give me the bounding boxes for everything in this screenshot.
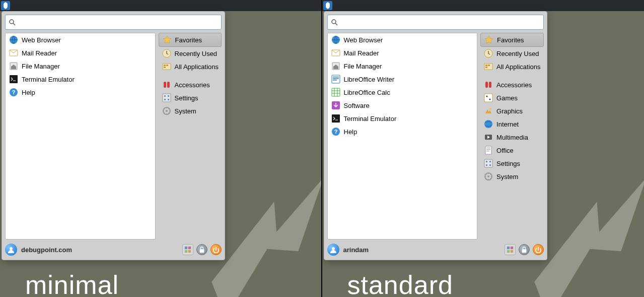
terminal-icon: [9, 74, 19, 84]
games-icon: [483, 93, 493, 103]
search-field[interactable]: [327, 15, 544, 30]
category-item[interactable]: Games: [480, 91, 543, 104]
lock-button[interactable]: [196, 244, 207, 255]
category-item[interactable]: Settings: [159, 91, 222, 104]
star-icon: [162, 35, 172, 45]
item-label: Mail Reader: [344, 49, 379, 57]
settings-button[interactable]: [505, 244, 516, 255]
mail-icon: [9, 48, 19, 58]
item-label: All Applications: [175, 63, 219, 71]
item-label: File Manager: [344, 63, 382, 70]
globe-icon: [9, 35, 19, 45]
right-desktop: Web BrowserMail ReaderFile ManagerLibreO…: [322, 0, 645, 297]
category-item[interactable]: All Applications: [480, 60, 543, 73]
item-label: Software: [344, 102, 370, 109]
clock-icon: [162, 48, 172, 58]
app-item[interactable]: Help: [328, 125, 477, 138]
item-label: Terminal Emulator: [22, 76, 75, 83]
item-label: Web Browser: [344, 36, 383, 44]
item-label: Games: [496, 94, 518, 102]
item-label: Favorites: [497, 36, 524, 44]
app-item[interactable]: Terminal Emulator: [328, 112, 477, 125]
app-item[interactable]: LibreOffice Calc: [328, 86, 477, 99]
item-label: LibreOffice Writer: [344, 76, 395, 83]
item-label: All Applications: [496, 63, 540, 71]
item-label: Settings: [175, 94, 198, 102]
category-list: FavoritesRecently UsedAll ApplicationsAc…: [480, 33, 543, 240]
category-item[interactable]: Accessories: [159, 78, 222, 91]
app-item[interactable]: File Manager: [328, 60, 477, 73]
category-item[interactable]: Multimedia: [480, 131, 543, 144]
accessories-icon: [483, 80, 493, 90]
office-icon: [483, 145, 493, 155]
category-list: FavoritesRecently UsedAll ApplicationsAc…: [159, 33, 222, 240]
app-item[interactable]: Web Browser: [6, 33, 155, 46]
category-item[interactable]: System: [480, 170, 543, 183]
logout-button[interactable]: [210, 244, 222, 255]
item-label: File Manager: [22, 63, 60, 70]
globe-icon: [331, 35, 341, 45]
apps-icon: [162, 62, 172, 72]
multimedia-icon: [483, 132, 493, 142]
settings-button[interactable]: [182, 244, 193, 255]
category-item[interactable]: Favorites: [480, 33, 543, 47]
category-item[interactable]: All Applications: [159, 60, 222, 73]
avatar[interactable]: [327, 244, 339, 256]
item-label: Internet: [496, 121, 519, 128]
favorites-list: Web BrowserMail ReaderFile ManagerTermin…: [5, 33, 156, 240]
category-item[interactable]: Settings: [480, 157, 543, 170]
search-field[interactable]: [5, 15, 222, 30]
caption-label: standard: [347, 270, 453, 297]
category-item[interactable]: Favorites: [159, 33, 222, 47]
username-label: arindam: [343, 246, 369, 254]
app-item[interactable]: Help: [6, 86, 155, 99]
home-icon: [331, 61, 341, 71]
item-label: Web Browser: [22, 36, 61, 44]
category-item[interactable]: Office: [480, 144, 543, 157]
category-item[interactable]: Internet: [480, 117, 543, 131]
category-item[interactable]: System: [159, 104, 222, 117]
app-item[interactable]: Web Browser: [328, 33, 477, 46]
star-icon: [484, 35, 494, 45]
internet-icon: [483, 119, 493, 129]
apps-icon: [483, 62, 493, 72]
avatar[interactable]: [5, 244, 17, 256]
item-label: Help: [22, 89, 35, 96]
software-icon: [331, 100, 341, 110]
system-icon: [483, 171, 493, 182]
home-icon: [9, 61, 19, 71]
app-item[interactable]: Mail Reader: [328, 46, 477, 60]
item-label: Office: [496, 147, 514, 154]
logout-button[interactable]: [533, 244, 544, 255]
help-icon: [331, 127, 341, 137]
app-item[interactable]: File Manager: [6, 60, 155, 73]
search-icon: [331, 17, 341, 27]
whisker-menu-button[interactable]: [323, 1, 332, 10]
terminal-icon: [331, 113, 341, 124]
app-item[interactable]: Mail Reader: [6, 46, 155, 60]
settings-icon: [483, 158, 493, 168]
whisker-menu-button[interactable]: [1, 1, 10, 10]
category-item[interactable]: Accessories: [480, 78, 543, 91]
search-input[interactable]: [19, 19, 218, 26]
lock-button[interactable]: [519, 244, 530, 255]
accessories-icon: [162, 80, 172, 90]
item-label: Favorites: [175, 36, 202, 44]
app-item[interactable]: LibreOffice Writer: [328, 73, 477, 86]
top-panel: [322, 0, 645, 11]
help-icon: [9, 87, 19, 97]
whisker-popup: Web BrowserMail ReaderFile ManagerTermin…: [2, 11, 225, 260]
category-item[interactable]: Graphics: [480, 104, 543, 117]
search-icon: [9, 17, 19, 27]
calc-icon: [331, 87, 341, 97]
app-item[interactable]: Terminal Emulator: [6, 73, 155, 86]
item-label: Multimedia: [496, 134, 528, 141]
category-item[interactable]: Recently Used: [159, 47, 222, 60]
app-item[interactable]: Software: [328, 99, 477, 112]
category-item[interactable]: Recently Used: [480, 47, 543, 60]
item-label: Terminal Emulator: [344, 115, 397, 123]
search-input[interactable]: [341, 19, 540, 26]
item-label: LibreOffice Calc: [344, 89, 390, 96]
popup-footer: debugpoint.com: [5, 243, 222, 257]
username-label: debugpoint.com: [21, 246, 72, 254]
